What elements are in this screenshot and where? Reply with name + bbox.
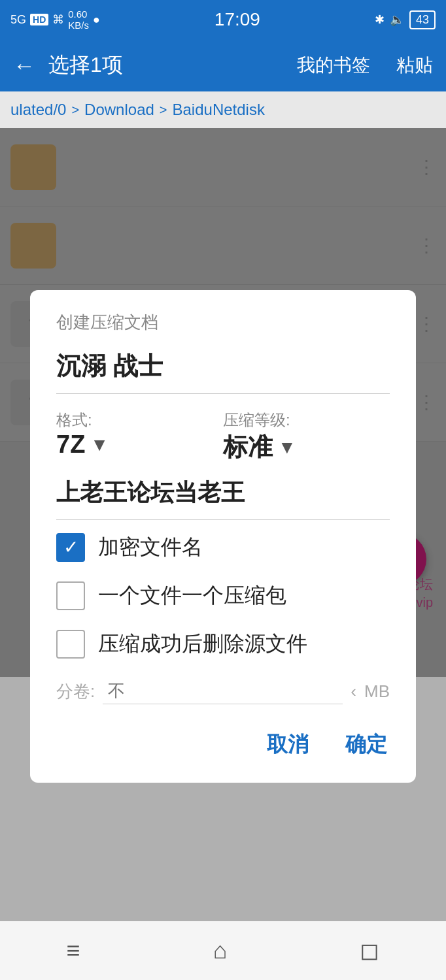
split-input[interactable] [103,678,343,704]
wifi-icon: ⌘ [52,12,64,27]
confirm-button[interactable]: 确定 [343,725,390,764]
menu-icon[interactable]: ≡ [67,937,80,964]
encrypt-filename-label: 加密文件名 [98,533,203,562]
split-arrow-icon: ‹ [351,681,356,702]
format-compress-section: 格式: 7Z ▼ 压缩等级: 标准 ▼ [56,410,390,464]
status-bar: 5G HD ⌘ 0.60KB/s ● 17:09 ✱ 🔈 43 [0,0,446,39]
encrypt-filename-checkbox[interactable]: ✓ [56,533,85,562]
create-archive-dialog: 创建压缩文档 沉溺 战士 格式: 7Z ▼ 压缩等级: 标准 ▼ 上老王论坛当老… [30,290,416,783]
delete-source-row: 压缩成功后删除源文件 [56,630,390,659]
nav-title: 选择1项 [48,51,284,80]
breadcrumb-part1[interactable]: ulated/0 [10,101,66,119]
background-file-area: ⋮ ⋮ ? ⋮ ? ⋮ 创建压缩文档 沉溺 战士 格式: 7Z ▼ [0,128,446,677]
breadcrumb-sep2: > [160,103,167,118]
back-button[interactable]: ← [13,53,35,78]
home-icon[interactable]: ⌂ [213,937,228,964]
mute-icon: 🔈 [390,12,404,27]
format-column: 格式: 7Z ▼ [56,410,223,459]
compress-label: 压缩等级: [223,410,390,431]
format-arrow-icon: ▼ [90,434,109,455]
one-file-archive-checkbox[interactable] [56,581,85,610]
hd-badge: HD [30,14,48,25]
compress-arrow-icon: ▼ [278,437,296,458]
status-left: 5G HD ⌘ 0.60KB/s ● [10,8,100,31]
one-file-archive-row: 一个文件一个压缩包 [56,581,390,610]
breadcrumb: ulated/0 > Download > BaiduNetdisk [0,91,446,128]
back-nav-icon[interactable]: ◻ [360,937,379,964]
split-label: 分卷: [56,680,95,703]
checkmark-icon: ✓ [63,538,78,557]
status-right: ✱ 🔈 43 [375,10,436,29]
battery-indicator: 43 [409,10,436,29]
bluetooth-icon: ✱ [375,12,385,27]
password-input[interactable]: 上老王论坛当老王 [56,477,390,520]
encrypt-filename-row: ✓ 加密文件名 [56,533,390,562]
archive-filename-input[interactable]: 沉溺 战士 [56,350,390,394]
status-time: 17:09 [214,9,260,30]
breadcrumb-part2[interactable]: Download [84,101,154,119]
breadcrumb-sep1: > [71,103,79,118]
format-label: 格式: [56,410,223,431]
compress-select[interactable]: 标准 ▼ [223,431,390,464]
split-volume-row: 分卷: ‹ MB [56,678,390,704]
paste-button[interactable]: 粘贴 [396,53,433,78]
top-nav: ← 选择1项 我的书签 粘贴 [0,39,446,91]
format-value: 7Z [56,431,85,459]
format-select[interactable]: 7Z ▼ [56,431,223,459]
bottom-nav: ≡ ⌂ ◻ [0,921,446,980]
dialog-title: 创建压缩文档 [56,311,390,334]
delete-source-label: 压缩成功后删除源文件 [98,630,307,659]
dialog-buttons: 取消 确定 [56,725,390,764]
compress-column: 压缩等级: 标准 ▼ [223,410,390,464]
speed-indicator: 0.60KB/s [68,8,89,31]
breadcrumb-part3[interactable]: BaiduNetdisk [173,101,265,119]
one-file-archive-label: 一个文件一个压缩包 [98,581,286,610]
split-unit-label: MB [364,681,390,702]
signal-icon: 5G [10,13,26,27]
dot-icon: ● [93,13,100,27]
cancel-button[interactable]: 取消 [264,725,311,764]
bookmark-button[interactable]: 我的书签 [297,53,370,78]
compress-value: 标准 [223,431,273,464]
delete-source-checkbox[interactable] [56,630,85,659]
